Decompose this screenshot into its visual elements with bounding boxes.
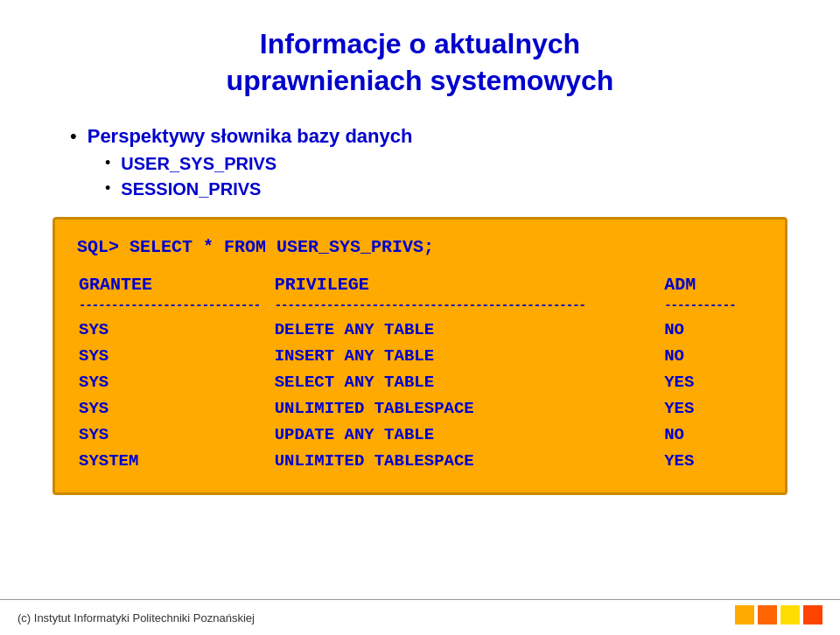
footer-square-2 (758, 605, 777, 625)
row5-grantee: SYS (79, 422, 273, 447)
table-row: SYS UNLIMITED TABLESPACE YES (79, 396, 761, 421)
main-bullet-item: • Perspektywy słownika bazy danych (70, 125, 788, 148)
sub-bullet-dot-2: • (105, 179, 110, 199)
page-title: Informacje o aktualnych uprawnieniach sy… (52, 26, 788, 99)
sql-results-table: GRANTEE PRIVILEGE ADM ------------------… (77, 273, 763, 475)
table-row: SYS DELETE ANY TABLE NO (79, 318, 761, 342)
row4-grantee: SYS (79, 396, 273, 421)
row4-privilege: UNLIMITED TABLESPACE (275, 396, 662, 421)
col-header-grantee: GRANTEE (79, 275, 273, 297)
col-header-adm: ADM (664, 275, 761, 297)
footer-square-1 (735, 605, 754, 625)
row5-adm: NO (664, 422, 761, 447)
footer-square-4 (803, 605, 822, 625)
sub-bullet-dot-1: • (105, 154, 110, 173)
sep-grantee: ---------------------------- (79, 298, 273, 316)
row2-privilege: INSERT ANY TABLE (275, 344, 662, 368)
sub-bullet-text-2: SESSION_PRIVS (121, 179, 261, 199)
row1-privilege: DELETE ANY TABLE (275, 318, 662, 342)
footer-text: (c) Instytut Informatyki Politechniki Po… (18, 611, 255, 625)
sub-bullets: • USER_SYS_PRIVS • SESSION_PRIVS (70, 154, 788, 199)
row4-adm: YES (664, 396, 761, 421)
bullet-section: • Perspektywy słownika bazy danych • USE… (52, 125, 788, 199)
row2-adm: NO (664, 344, 761, 368)
row3-grantee: SYS (79, 370, 273, 394)
row6-adm: YES (664, 449, 761, 473)
row3-adm: YES (664, 370, 761, 394)
row3-privilege: SELECT ANY TABLE (275, 370, 662, 394)
sep-adm: ----------- (664, 298, 761, 316)
sql-box: SQL> SELECT * FROM USER_SYS_PRIVS; GRANT… (52, 217, 788, 495)
bullet-dot-main: • (70, 125, 77, 148)
table-header-row: GRANTEE PRIVILEGE ADM (79, 275, 761, 297)
footer: (c) Instytut Informatyki Politechniki Po… (0, 599, 840, 625)
row1-grantee: SYS (79, 318, 273, 342)
table-row: SYS INSERT ANY TABLE NO (79, 344, 761, 368)
main-content: Informacje o aktualnych uprawnieniach sy… (0, 0, 840, 521)
sql-command: SQL> SELECT * FROM USER_SYS_PRIVS; (77, 237, 763, 257)
footer-squares (735, 605, 822, 625)
row1-adm: NO (664, 318, 761, 342)
row5-privilege: UPDATE ANY TABLE (275, 422, 662, 447)
table-separator-row: ---------------------------- -----------… (79, 298, 761, 316)
row6-privilege: UNLIMITED TABLESPACE (275, 449, 662, 473)
row2-grantee: SYS (79, 344, 273, 368)
footer-square-3 (780, 605, 800, 625)
row6-grantee: SYSTEM (79, 449, 273, 473)
sub-bullet-item-1: • USER_SYS_PRIVS (105, 154, 788, 174)
main-bullet-text: Perspektywy słownika bazy danych (88, 125, 413, 148)
sub-bullet-text-1: USER_SYS_PRIVS (121, 154, 276, 174)
table-row: SYSTEM UNLIMITED TABLESPACE YES (79, 449, 761, 473)
sub-bullet-item-2: • SESSION_PRIVS (105, 179, 788, 199)
sep-privilege: ----------------------------------------… (275, 298, 662, 316)
table-row: SYS SELECT ANY TABLE YES (79, 370, 761, 394)
table-row: SYS UPDATE ANY TABLE NO (79, 422, 761, 447)
col-header-privilege: PRIVILEGE (275, 275, 662, 297)
